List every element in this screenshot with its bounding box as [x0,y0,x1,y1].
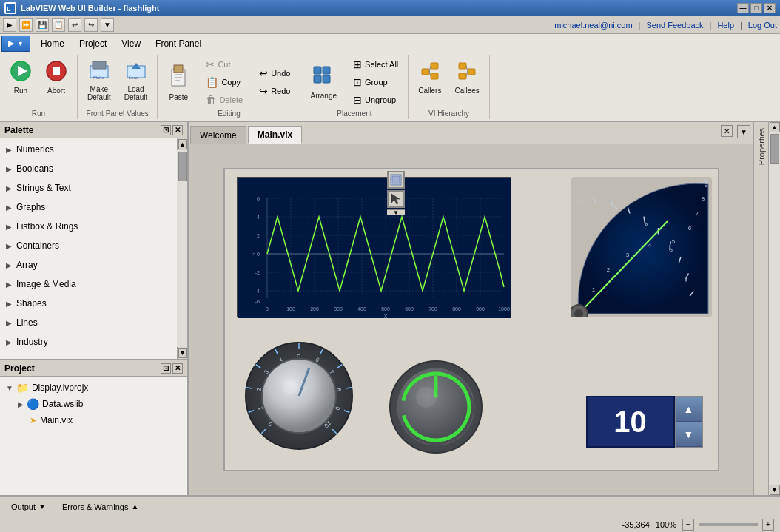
menu-home[interactable]: Home [33,34,72,53]
palette-item-label: Listbox & Rings [16,221,78,232]
bottom-section: Output ▼ Errors & Warnings ▲ -35,364 100… [0,495,780,532]
run-button[interactable]: Run [4,56,37,98]
menu-project[interactable]: Project [72,34,114,53]
menu-front-panel[interactable]: Front Panel [148,34,209,53]
tool-cursor[interactable] [387,190,405,208]
palette-item-array[interactable]: ▶ Array [0,255,177,275]
zoom-in-btn[interactable]: + [762,519,774,531]
palette-item-strings[interactable]: ▶ Strings & Text [0,178,177,198]
zoom-controls: − + [682,519,774,531]
svg-text:6: 6 [687,225,691,232]
logout-link[interactable]: Log Out [748,21,777,30]
scroll-thumb[interactable] [770,134,779,164]
callers-button[interactable]: Callers [413,56,446,98]
window-controls: — □ ✕ [737,3,776,13]
vi-canvas[interactable]: ▼ [189,144,753,495]
make-default-button[interactable]: Make MakeDefault [82,56,116,105]
vi-front-panel[interactable]: 6 4 2 > 0 -2 -4 -6 0 100 200 300 [223,168,719,471]
run-continuous-btn[interactable]: ⏩ [19,18,33,32]
placement-group-label: Placement [337,108,371,118]
palette-close-btn[interactable]: ✕ [172,125,183,135]
ungroup-button[interactable]: ⊟ Ungroup [348,92,403,108]
tool-select[interactable] [387,171,405,189]
svg-text:5: 5 [671,238,675,245]
group-button[interactable]: ⊡ Group [348,74,403,90]
palette-item-listbox[interactable]: ▶ Listbox & Rings [0,217,177,236]
select-all-button[interactable]: ⊞ Select All [348,56,403,73]
palette-item-booleans[interactable]: ▶ Booleans [0,159,177,178]
svg-rect-13 [174,65,183,73]
errors-tab[interactable]: Errors & Warnings ▲ [54,499,147,515]
undo-button[interactable]: ↩ Undo [254,65,295,81]
load-default-button[interactable]: Load LoadDefault [119,56,153,105]
project-item-data[interactable]: ▶ 🔵 Data.wslib [0,396,187,412]
close-button[interactable]: ✕ [764,3,776,13]
run-quick-btn[interactable]: ▶ [3,18,16,32]
palette-float-btn[interactable]: ⊡ [161,125,171,135]
svg-rect-21 [422,69,429,75]
numeric-display[interactable]: 10 ▲ ▼ [586,396,703,448]
redo-quick-btn[interactable]: ↪ [84,18,98,32]
power-button[interactable] [388,359,484,455]
properties-label[interactable]: Properties [754,122,769,171]
palette-item-industry[interactable]: ▶ Industry [0,332,177,351]
project-item-display[interactable]: ▼ 📁 Display.lvprojx [0,380,187,396]
project-float-btn[interactable]: ⊡ [161,363,171,374]
run-btn-label: Run [14,87,27,95]
callees-button[interactable]: Callees [449,56,484,98]
tab-welcome[interactable]: Welcome [190,126,246,144]
palette-scroll-up[interactable]: ▲ [178,139,187,149]
arrange-button[interactable]: Arrange [305,61,342,104]
palette-item-containers[interactable]: ▶ Containers [0,236,177,255]
zoom-out-btn[interactable]: − [682,519,694,531]
tabs-close-btn[interactable]: ✕ [721,125,733,137]
project-panel: Project ⊡ ✕ ▼ 📁 Display.lvprojx ▶ 🔵 [0,359,189,495]
menu-view[interactable]: View [114,34,148,53]
run-mode-dropdown[interactable]: ▶ ▼ [1,36,30,52]
palette-item-shapes[interactable]: ▶ Shapes [0,294,177,313]
palette-item-graphs[interactable]: ▶ Graphs [0,198,177,217]
save-btn[interactable]: 💾 [36,18,49,32]
feedback-link[interactable]: Send Feedback [646,21,703,30]
svg-text:700: 700 [428,306,437,312]
palette-item-lines[interactable]: ▶ Lines [0,313,177,332]
copy-button[interactable]: 📋 Copy [201,74,248,90]
abort-button[interactable]: Abort [40,56,73,98]
user-email-link[interactable]: michael.neal@ni.com [554,21,632,30]
tab-main-vix[interactable]: Main.vix [248,126,302,144]
zoom-slider[interactable] [699,523,758,526]
cut-button[interactable]: ✂ Cut [201,56,248,73]
redo-button[interactable]: ↪ Redo [254,83,295,99]
canvas-scroll-indicator[interactable]: ▼ [387,209,405,215]
properties-panel: Properties [753,122,768,495]
minimize-button[interactable]: — [737,3,749,13]
project-item-main-vix[interactable]: ➤ Main.vix [0,412,187,428]
scroll-down-btn[interactable]: ▼ [770,485,780,495]
tab-nav-btn[interactable]: ▼ [737,125,750,138]
knob-svg: 0 1 2 3 4 5 6 7 8 9 10 [240,337,358,455]
copy-quick-btn[interactable]: 📋 [52,18,65,32]
palette-item-image-media[interactable]: ▶ Image & Media [0,275,177,294]
project-close-btn[interactable]: ✕ [172,363,183,374]
project-header: Project ⊡ ✕ [0,360,187,377]
undo-quick-btn[interactable]: ↩ [68,18,81,32]
numeric-increment[interactable]: ▲ [676,397,702,422]
delete-button[interactable]: 🗑 Delete [201,92,248,108]
palette-item-numerics[interactable]: ▶ Numerics [0,140,177,159]
svg-rect-23 [431,73,438,79]
palette-scroll-down[interactable]: ▼ [178,348,187,358]
help-link[interactable]: Help [717,21,734,30]
scroll-up-btn[interactable]: ▲ [770,122,780,132]
waveform-chart[interactable]: 6 4 2 > 0 -2 -4 -6 0 100 200 300 [237,177,511,317]
numeric-decrement[interactable]: ▼ [676,422,702,447]
gauge-container[interactable]: 0 2 4 6 8 0 1 2 3 4 5 [571,177,712,317]
output-tab[interactable]: Output ▼ [3,499,54,515]
knob-control[interactable]: 0 1 2 3 4 5 6 7 8 9 10 [240,337,358,455]
maximize-button[interactable]: □ [750,3,762,13]
svg-text:5: 5 [297,352,300,359]
delete-label: Delete [219,95,243,104]
palette-scroll-thumb[interactable] [178,152,187,181]
more-btn[interactable]: ▼ [101,18,114,32]
ungroup-label: Ungroup [365,95,396,104]
paste-button[interactable]: Paste [162,60,195,105]
